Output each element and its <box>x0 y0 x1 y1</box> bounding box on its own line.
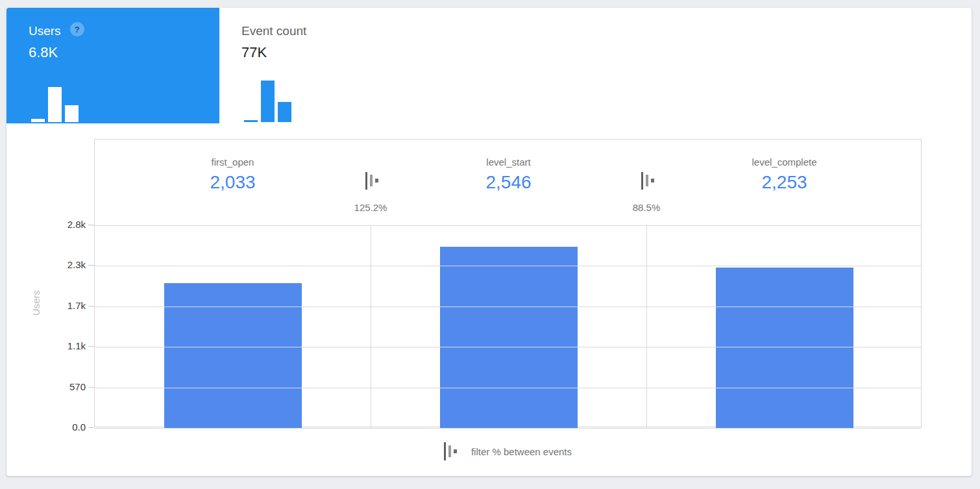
tab-users-value: 6.8K <box>29 44 58 61</box>
y-tick <box>88 387 94 388</box>
mini-bar <box>278 102 291 122</box>
metric-tabs: Users ? 6.8K Event count 77K <box>6 8 972 123</box>
y-tick-label: 570 <box>47 382 86 392</box>
mini-bar <box>31 119 45 122</box>
gridline <box>95 266 921 266</box>
legend-label: filter % between events <box>471 446 572 457</box>
tab-users-mini-chart <box>31 77 79 122</box>
y-tick <box>88 427 94 428</box>
section-divider <box>371 225 371 428</box>
tab-event-count[interactable]: Event count 77K <box>219 8 432 123</box>
step-header-level_complete: level_complete2,253 <box>646 140 922 225</box>
y-axis-title: Users <box>31 287 42 320</box>
tab-users-label: Users <box>29 23 61 39</box>
tab-users[interactable]: Users ? 6.8K <box>6 8 219 123</box>
y-tick <box>88 346 94 347</box>
y-tick-label: 2.3k <box>47 260 86 270</box>
funnel-header: first_open2,033level_start2,546level_com… <box>95 140 921 225</box>
chart-legend: filter % between events <box>94 442 922 461</box>
y-tick <box>88 225 94 225</box>
step-value: 2,546 <box>371 172 646 193</box>
mini-bar <box>261 81 275 122</box>
tab-event-count-value: 77K <box>241 44 267 61</box>
step-value: 2,033 <box>95 172 371 193</box>
gridline <box>95 307 921 307</box>
mini-bar <box>65 105 79 122</box>
filter-percent-icon[interactable] <box>641 171 654 190</box>
y-tick <box>88 265 94 266</box>
gridline <box>95 428 921 429</box>
funnel-bar-level_complete[interactable] <box>716 268 853 428</box>
gridline <box>95 225 921 226</box>
step-header-level_start: level_start2,546 <box>371 140 646 225</box>
section-divider <box>646 225 647 428</box>
step-percentage: 88.5% <box>607 202 685 213</box>
funnel-bar-level_start[interactable] <box>440 247 578 428</box>
y-tick-label: 1.7k <box>47 301 86 310</box>
gridline <box>95 347 921 347</box>
y-tick <box>88 306 94 307</box>
y-tick-label: 0.0 <box>47 422 86 432</box>
mini-bar <box>48 87 62 122</box>
mini-bar <box>244 120 258 122</box>
tab-event-count-label: Event count <box>241 23 306 39</box>
step-name: level_start <box>371 157 646 168</box>
gridline <box>95 388 921 388</box>
step-value: 2,253 <box>646 172 922 193</box>
step-percentage: 125.2% <box>332 202 410 213</box>
step-header-first_open: first_open2,033 <box>95 140 371 225</box>
y-tick-label: 1.1k <box>47 341 86 351</box>
analytics-card: Users ? 6.8K Event count 77K Users 2.8k2… <box>6 8 972 476</box>
help-icon[interactable]: ? <box>70 22 84 36</box>
funnel-bar-first_open[interactable] <box>164 283 302 428</box>
filter-percent-icon[interactable] <box>365 171 378 190</box>
legend-filter-icon <box>444 442 457 461</box>
step-name: level_complete <box>646 157 922 168</box>
plot-area <box>95 225 921 428</box>
y-tick-label: 2.8k <box>47 219 86 229</box>
tab-event-count-mini-chart <box>244 77 291 122</box>
step-name: first_open <box>95 157 371 168</box>
funnel-panel: first_open2,033level_start2,546level_com… <box>94 139 922 427</box>
